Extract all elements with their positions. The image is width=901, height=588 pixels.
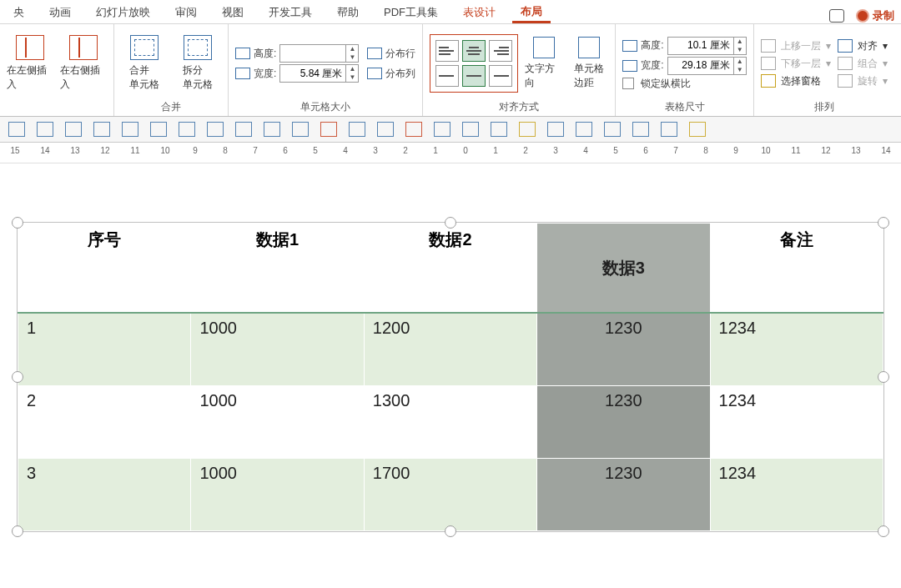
qat-font-color-icon[interactable]: [405, 122, 422, 137]
record-button[interactable]: 录制: [856, 8, 894, 23]
tab-4[interactable]: 视图: [214, 2, 252, 23]
align-mid-center[interactable]: [462, 65, 486, 87]
table-height-input[interactable]: ▲▼: [667, 37, 747, 55]
table-cell[interactable]: 2: [18, 386, 191, 459]
cell-margins-icon: [578, 37, 600, 58]
table-row[interactable]: 31000170012301234: [18, 459, 883, 531]
table-row[interactable]: 21000130012301234: [18, 386, 883, 459]
qat-icon[interactable]: [122, 122, 138, 137]
table-cell[interactable]: 1234: [710, 459, 883, 531]
qat-icon[interactable]: [264, 122, 280, 137]
table-cell[interactable]: 1: [18, 313, 191, 386]
table-cell[interactable]: 1200: [364, 313, 536, 386]
qat-icon[interactable]: [604, 122, 621, 137]
distribute-rows-button[interactable]: 分布行: [367, 47, 415, 61]
table-cell[interactable]: 1230: [537, 386, 710, 459]
send-backward-button[interactable]: 下移一层▾: [761, 57, 831, 71]
table-width-input[interactable]: ▲▼: [667, 57, 747, 75]
resize-handle[interactable]: [878, 217, 889, 229]
tab-1[interactable]: 动画: [41, 2, 79, 23]
qat-icon[interactable]: [150, 122, 167, 137]
tab-8[interactable]: 表设计: [455, 2, 504, 23]
selection-pane-button[interactable]: 选择窗格: [761, 74, 831, 88]
table-cell[interactable]: 1300: [364, 386, 536, 459]
distribute-cols-button[interactable]: 分布列: [367, 67, 415, 81]
qat-icon[interactable]: [37, 122, 53, 137]
table-header[interactable]: 数据3: [537, 224, 710, 314]
qat-icon[interactable]: [491, 122, 507, 137]
group-button[interactable]: 组合▾: [838, 57, 888, 71]
qat-icon[interactable]: [576, 122, 592, 137]
qat-icon[interactable]: [207, 122, 224, 137]
table-cell[interactable]: 1000: [191, 459, 364, 531]
table-cell[interactable]: 1234: [710, 313, 883, 386]
tab-9[interactable]: 布局: [512, 1, 551, 23]
tab-5[interactable]: 开发工具: [260, 2, 320, 23]
table-cell[interactable]: 1000: [191, 386, 364, 459]
table-cell[interactable]: 1700: [364, 459, 536, 531]
insert-left-button[interactable]: 在左侧插入: [7, 35, 53, 92]
comments-icon[interactable]: [829, 9, 844, 23]
table-header[interactable]: 数据1: [191, 224, 364, 314]
qat-icon[interactable]: [632, 122, 649, 137]
cell-height-input[interactable]: ▲▼: [279, 44, 359, 63]
table-cell[interactable]: 3: [18, 459, 191, 531]
tab-0[interactable]: 央: [5, 2, 33, 23]
table-header[interactable]: 备注: [710, 224, 883, 314]
qat-icon[interactable]: [377, 122, 394, 137]
qat-icon[interactable]: [8, 122, 25, 137]
resize-handle[interactable]: [445, 525, 456, 537]
qat-icon[interactable]: [462, 122, 479, 137]
distribute-rows-icon: [367, 48, 382, 59]
insert-right-button[interactable]: 在右侧插入: [60, 35, 107, 92]
text-direction-button[interactable]: 文字方向: [525, 37, 563, 90]
rotate-button[interactable]: 旋转▾: [838, 74, 888, 88]
table-row[interactable]: 11000120012301234: [18, 313, 883, 386]
tab-3[interactable]: 审阅: [167, 2, 205, 23]
ruler-tick: 6: [283, 146, 288, 155]
resize-handle[interactable]: [12, 525, 23, 537]
qat-icon[interactable]: [519, 122, 536, 137]
qat-icon[interactable]: [93, 122, 110, 137]
lock-aspect-checkbox[interactable]: 锁定纵横比: [622, 77, 746, 91]
resize-handle[interactable]: [12, 371, 23, 383]
table-cell[interactable]: 1230: [537, 459, 710, 531]
qat-icon[interactable]: [547, 122, 564, 137]
align-top-right[interactable]: [489, 40, 512, 62]
align-button[interactable]: 对齐▾: [838, 39, 888, 53]
align-mid-left[interactable]: [435, 65, 459, 87]
cell-margins-button[interactable]: 单元格 边距: [570, 37, 608, 90]
resize-handle[interactable]: [12, 217, 23, 229]
qat-icon[interactable]: [179, 122, 195, 137]
qat-icon[interactable]: [65, 122, 82, 137]
qat-icon[interactable]: [320, 122, 337, 137]
qat-icon[interactable]: [235, 122, 252, 137]
align-top-center[interactable]: [462, 40, 486, 62]
qat-icon[interactable]: [349, 122, 365, 137]
selected-table[interactable]: 序号数据1数据2数据3备注 11000120012301234210001300…: [17, 222, 884, 532]
qat-icon[interactable]: [661, 122, 677, 137]
resize-handle[interactable]: [445, 217, 456, 229]
tab-2[interactable]: 幻灯片放映: [88, 2, 159, 23]
tab-6[interactable]: 帮助: [329, 2, 367, 23]
table-cell[interactable]: 1230: [537, 313, 710, 386]
tab-7[interactable]: PDF工具集: [375, 2, 446, 23]
resize-handle[interactable]: [878, 371, 889, 383]
align-mid-right[interactable]: [489, 65, 512, 87]
slide-canvas[interactable]: 序号数据1数据2数据3备注 11000120012301234210001300…: [0, 163, 901, 557]
horizontal-ruler[interactable]: 1514131211109876543210123456789101112131…: [0, 143, 901, 163]
table-header[interactable]: 序号: [18, 224, 191, 314]
qat-icon[interactable]: [292, 122, 309, 137]
split-cells-button[interactable]: 拆分 单元格: [174, 35, 221, 92]
merge-cells-button[interactable]: 合并 单元格: [121, 35, 168, 92]
align-top-left[interactable]: [435, 40, 459, 62]
table-header[interactable]: 数据2: [364, 224, 536, 314]
resize-handle[interactable]: [878, 525, 889, 537]
qat-icon[interactable]: [689, 122, 706, 137]
table-cell[interactable]: 1234: [710, 386, 883, 459]
qat-icon[interactable]: [434, 122, 450, 137]
table-cell[interactable]: 1000: [191, 313, 364, 386]
cell-width-input[interactable]: ▲▼: [279, 64, 359, 83]
bring-forward-button[interactable]: 上移一层▾: [761, 39, 831, 53]
data-table[interactable]: 序号数据1数据2数据3备注 11000120012301234210001300…: [18, 223, 883, 531]
